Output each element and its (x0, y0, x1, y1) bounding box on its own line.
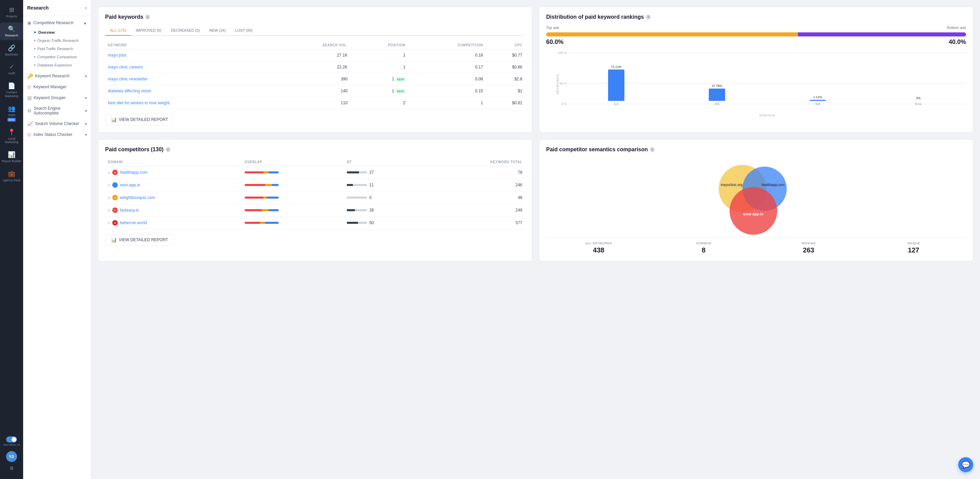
database-expansion-label: Database Expansion (37, 63, 72, 67)
new-menu-ui-toggle[interactable] (6, 436, 17, 442)
sidebar-label-agency-pack: Agency Pack (3, 179, 21, 182)
stat-unique-label: UNIQUE (861, 241, 966, 245)
sidebar-item-agency-pack[interactable]: 💼 Agency Pack (0, 167, 23, 185)
col-dt: DT (344, 158, 428, 166)
cell-kw-total: 249 (428, 204, 525, 217)
cell-position: 1 (350, 49, 408, 61)
overlap-bar (245, 222, 279, 224)
table-row: diabetes affecting vision 140 1NEW 0.15 … (105, 85, 525, 97)
domain-link[interactable]: betterme.world (120, 220, 147, 225)
cell-overlap (242, 192, 344, 204)
progress-bar-purple (798, 32, 966, 37)
nav-sub-item-database-expansion[interactable]: Database Expansion (30, 61, 91, 69)
dt-value: 50 (369, 220, 374, 225)
dt-bar-dark (347, 171, 359, 173)
paid-keywords-view-report-button[interactable]: 📊 VIEW DETAILED REPORT (105, 114, 174, 125)
external-link-icon[interactable]: ⎋ (108, 183, 110, 187)
cell-overlap (242, 179, 344, 192)
sidebar-item-backlinks[interactable]: 🔗 Backlinks (0, 42, 23, 59)
grid-label-50: 50 % (556, 82, 566, 85)
nav-sub-item-paid-traffic[interactable]: Paid Traffic Research (30, 45, 91, 53)
nav-sub-item-competitor-comparison[interactable]: Competitor Comparison (30, 53, 91, 61)
bar-value-label: 1.11% (813, 96, 822, 99)
dt-cell-inner: 28 (347, 208, 425, 212)
distribution-card: Distribution of paid keyword rankings i … (539, 7, 973, 133)
sidebar-label-content-marketing: Content Marketing (2, 91, 22, 98)
nav-collapse-button[interactable]: ‹ (85, 5, 87, 11)
nav-section-header-keyword-research[interactable]: 🔑 Keyword Research ▾ (23, 70, 91, 81)
settings-icon[interactable]: ⚙ (10, 465, 14, 471)
tab-new[interactable]: NEW (24) (205, 26, 231, 36)
paid-competitors-card: Paid competitors (130) i DOMAIN OVERLAP … (98, 139, 532, 261)
organic-traffic-dot (34, 40, 35, 41)
keyword-manager-icon: ⊙ (27, 84, 31, 89)
keyword-link[interactable]: diabetes affecting vision (108, 89, 151, 93)
distribution-info-icon[interactable]: i (646, 14, 651, 19)
nav-section-header-keyword-manager[interactable]: ⊙ Keyword Manager (23, 81, 91, 92)
bar-group: 71.11% 1-2 (569, 65, 664, 105)
sidebar-item-smm[interactable]: 👥 SMM Beta (0, 102, 23, 125)
paid-keywords-table: KEYWORD SEARCH VOL. POSITION COMPETITION… (105, 41, 525, 109)
stat-all-keywords: ALL KEYWORDS 438 (546, 241, 651, 254)
cell-search-vol: 22.2K (274, 61, 350, 73)
paid-competitors-table: DOMAIN OVERLAP DT KEYWORD TOTAL ⎋ H heal… (105, 158, 525, 229)
col-keyword: KEYWORD (105, 41, 274, 49)
tab-improved[interactable]: IMPROVED (0) (131, 26, 166, 36)
paid-keywords-info-icon[interactable]: i (145, 14, 150, 19)
keyword-grouper-arrow: ▾ (85, 96, 87, 100)
sidebar-item-content-marketing[interactable]: 📄 Content Marketing (0, 79, 23, 101)
keyword-link[interactable]: best diet for seniors to lose weight (108, 101, 169, 105)
cell-keyword: mayo jobs (105, 49, 274, 61)
domain-link[interactable]: weightlossquiz.com (120, 195, 155, 200)
tab-all[interactable]: ALL (175) (105, 26, 131, 36)
keyword-link[interactable]: mayo clinic newsletter (108, 77, 148, 81)
nav-section-header-search-engine-autocomplete[interactable]: ⚙ Search Engine Autocomplete ▾ (23, 103, 91, 118)
sidebar-item-projects[interactable]: ⊞ Projects (0, 3, 23, 21)
grid-line-100: 100 % (556, 51, 966, 54)
dt-cell-inner: 11 (347, 183, 425, 187)
domain-link[interactable]: omo-app.io (120, 183, 140, 187)
semantics-info-icon[interactable]: i (650, 147, 655, 152)
sidebar-item-audit[interactable]: ✓ Audit (0, 60, 23, 78)
nav-sub-item-overview[interactable]: Overview (30, 28, 91, 37)
paid-competitors-view-report-button[interactable]: 📊 VIEW DETAILED REPORT (105, 234, 174, 246)
keyword-link[interactable]: mayo clinic careers (108, 65, 143, 70)
sidebar-item-report-builder[interactable]: 📊 Report Builder (0, 148, 23, 166)
nav-section-header-keyword-grouper[interactable]: ▤ Keyword Grouper ▾ (23, 92, 91, 103)
cell-overlap (242, 204, 344, 217)
domain-link[interactable]: fasteasy.io (120, 208, 139, 212)
paid-competitors-title: Paid competitors (130) i (105, 147, 525, 153)
user-avatar[interactable]: YD (6, 451, 17, 462)
nav-section-header-competitive-research[interactable]: ◉ Competitive Research ▲ (23, 18, 91, 28)
nav-section-header-search-volume-checker[interactable]: 📈 Search Volume Checker ▾ (23, 118, 91, 129)
chat-button[interactable]: 💬 (958, 457, 973, 472)
semantics-footer: ALL KEYWORDS 438 COMMON 8 MISSING 263 UN… (546, 237, 966, 254)
keyword-research-arrow: ▾ (85, 74, 87, 78)
stat-common: COMMON 8 (651, 241, 756, 254)
cell-cpc: $0.81 (486, 97, 525, 109)
cell-domain: ⎋ M betterme.world (105, 217, 242, 229)
keyword-link[interactable]: mayo jobs (108, 53, 127, 57)
tab-lost[interactable]: LOST (89) (231, 26, 257, 36)
cell-dt: 28 (344, 204, 428, 217)
paid-competitors-info-icon[interactable]: i (166, 147, 170, 152)
sidebar-item-local-marketing[interactable]: 📍 Local Marketing (0, 126, 23, 147)
tab-decreased[interactable]: DECREASED (0) (166, 26, 205, 36)
external-link-icon[interactable]: ⎋ (108, 170, 110, 174)
domain-link[interactable]: healthiapp.com (120, 170, 147, 175)
nav-sub-item-organic-traffic[interactable]: Organic Traffic Research (30, 37, 91, 45)
cell-kw-total: 48 (428, 192, 525, 204)
domain-favicon: M (112, 220, 118, 225)
overlap-red (245, 184, 265, 186)
col-kw-total: KEYWORD TOTAL (428, 158, 525, 166)
nav-section-header-index-status-checker[interactable]: ⊙ Index Status Checker ▾ (23, 129, 91, 140)
sidebar-item-research[interactable]: 🔍 Research (0, 22, 23, 40)
main-content: Paid keywords i ALL (175) IMPROVED (0) D… (91, 0, 980, 479)
external-link-icon[interactable]: ⎋ (108, 196, 110, 200)
col-domain: DOMAIN (105, 158, 242, 166)
smm-icon: 👥 (8, 105, 15, 112)
external-link-icon[interactable]: ⎋ (108, 208, 110, 212)
bar-group: 27.78% 3-5 (669, 84, 765, 105)
external-link-icon[interactable]: ⎋ (108, 221, 110, 225)
bottom-row: Paid competitors (130) i DOMAIN OVERLAP … (98, 139, 973, 261)
